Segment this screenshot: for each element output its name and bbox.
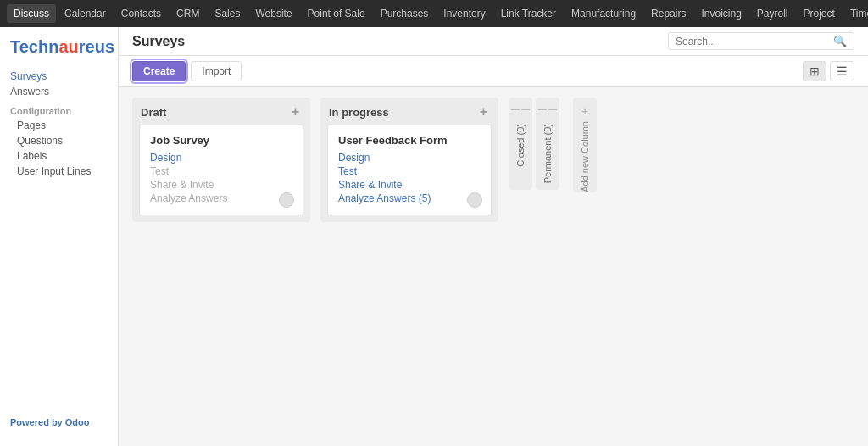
nav-item-project[interactable]: Project xyxy=(797,4,842,23)
column-in-progress-add-button[interactable]: + xyxy=(477,104,490,120)
sidebar-item-surveys[interactable]: Surveys xyxy=(0,69,118,84)
sidebar-item-user-input-lines[interactable]: User Input Lines xyxy=(0,164,118,179)
card-link-design-feedback[interactable]: Design xyxy=(338,152,481,164)
kanban-column-header-in-progress: In progress + xyxy=(320,98,498,125)
logo-text-aureus: reus xyxy=(79,37,114,56)
top-navigation: Discuss Calendar Contacts CRM Sales Webs… xyxy=(0,0,868,27)
toolbar: Create Import ⊞ ☰ xyxy=(119,56,868,87)
card-link-design-job[interactable]: Design xyxy=(150,152,292,164)
kanban-card-job-survey: Job Survey Design Test Share & Invite An… xyxy=(139,125,303,215)
nav-item-pos[interactable]: Point of Sale xyxy=(301,4,372,23)
sidebar-item-answers[interactable]: Answers xyxy=(0,84,118,99)
card-link-share-feedback[interactable]: Share & Invite xyxy=(338,179,481,191)
analyze-label: Analyze Answers xyxy=(338,192,415,204)
odoo-link[interactable]: Odoo xyxy=(65,417,90,427)
analyze-badge: (5) xyxy=(419,192,431,204)
nav-item-payroll[interactable]: Payroll xyxy=(750,4,795,23)
nav-item-crm[interactable]: CRM xyxy=(170,4,206,23)
permanent-menu-icon[interactable]: — xyxy=(548,104,557,114)
nav-item-website[interactable]: Website xyxy=(248,4,298,23)
nav-item-repairs[interactable]: Repairs xyxy=(644,4,693,23)
column-draft-title: Draft xyxy=(141,106,166,119)
sidebar-powered-by: Powered by Odoo xyxy=(0,409,118,436)
nav-item-timesheets[interactable]: Timesheets xyxy=(843,4,868,23)
logo[interactable]: Technaureus xyxy=(0,37,118,69)
add-column-content: + Add new Column xyxy=(580,104,590,192)
nav-item-sales[interactable]: Sales xyxy=(208,4,247,23)
closed-menu-icon[interactable]: — xyxy=(521,104,530,114)
logo-text-tech: Techn xyxy=(10,37,58,56)
card-link-analyze-job: Analyze Answers xyxy=(150,192,292,204)
nav-item-calendar[interactable]: Calendar xyxy=(58,4,113,23)
permanent-collapse-icon[interactable]: — xyxy=(538,104,547,114)
kanban-collapsed-group: — — Closed (0) — — Permanent (0) xyxy=(509,98,563,190)
sidebar-item-questions[interactable]: Questions xyxy=(0,133,118,148)
kanban-card-user-feedback: User Feedback Form Design Test Share & I… xyxy=(327,125,492,215)
card-link-share-job: Share & Invite xyxy=(150,179,292,191)
search-bar[interactable]: 🔍 xyxy=(668,32,854,50)
kanban-board: Draft + Job Survey Design Test Share & I… xyxy=(119,87,868,446)
closed-collapse-icon[interactable]: — xyxy=(511,104,520,114)
sidebar: Technaureus Surveys Answers Configuratio… xyxy=(0,27,119,446)
page-title: Surveys xyxy=(132,34,185,49)
kanban-column-draft: Draft + Job Survey Design Test Share & I… xyxy=(132,98,310,222)
column-in-progress-title: In progress xyxy=(329,106,389,119)
card-link-test-feedback[interactable]: Test xyxy=(338,165,481,177)
permanent-header-icons: — — xyxy=(538,104,557,114)
card-title-user-feedback: User Feedback Form xyxy=(338,134,481,147)
nav-item-discuss[interactable]: Discuss xyxy=(7,4,56,23)
content-header: Surveys 🔍 xyxy=(119,27,868,56)
nav-item-link-tracker[interactable]: Link Tracker xyxy=(494,4,563,23)
kanban-column-permanent: — — Permanent (0) xyxy=(536,98,559,190)
search-input[interactable] xyxy=(676,36,830,47)
card-link-test-job: Test xyxy=(150,165,292,177)
add-column-label: Add new Column xyxy=(580,121,590,192)
sidebar-item-pages[interactable]: Pages xyxy=(0,118,118,133)
sidebar-group-configuration: Configuration xyxy=(0,99,118,118)
import-button[interactable]: Import xyxy=(191,61,242,81)
kanban-column-in-progress: In progress + User Feedback Form Design … xyxy=(320,98,498,222)
closed-column-label: Closed (0) xyxy=(515,124,526,167)
list-view-button[interactable]: ☰ xyxy=(830,61,854,81)
nav-item-invoicing[interactable]: Invoicing xyxy=(694,4,748,23)
search-icon[interactable]: 🔍 xyxy=(833,35,847,47)
nav-item-contacts[interactable]: Contacts xyxy=(114,4,168,23)
closed-header-icons: — — xyxy=(511,104,530,114)
create-button[interactable]: Create xyxy=(132,61,186,81)
main-content: Surveys 🔍 Create Import ⊞ ☰ Draft + xyxy=(119,27,868,446)
card-link-analyze-feedback[interactable]: Analyze Answers (5) xyxy=(338,192,481,204)
nav-item-purchases[interactable]: Purchases xyxy=(374,4,436,23)
sidebar-item-labels[interactable]: Labels xyxy=(0,148,118,164)
kanban-column-closed: — — Closed (0) xyxy=(509,98,532,190)
kanban-view-button[interactable]: ⊞ xyxy=(803,61,826,81)
logo-text-n: au xyxy=(58,37,78,56)
add-column-plus-icon: + xyxy=(581,104,588,118)
card-status-circle-job xyxy=(279,192,294,208)
powered-by-text: Powered by xyxy=(10,417,65,427)
kanban-column-header-draft: Draft + xyxy=(132,98,310,125)
card-title-job-survey: Job Survey xyxy=(150,134,292,147)
permanent-column-label: Permanent (0) xyxy=(542,124,553,183)
kanban-add-column-button[interactable]: + Add new Column xyxy=(573,98,597,192)
nav-item-manufacturing[interactable]: Manufacturing xyxy=(565,4,643,23)
nav-item-inventory[interactable]: Inventory xyxy=(437,4,492,23)
column-draft-add-button[interactable]: + xyxy=(289,104,302,120)
card-status-circle-feedback xyxy=(467,192,482,208)
